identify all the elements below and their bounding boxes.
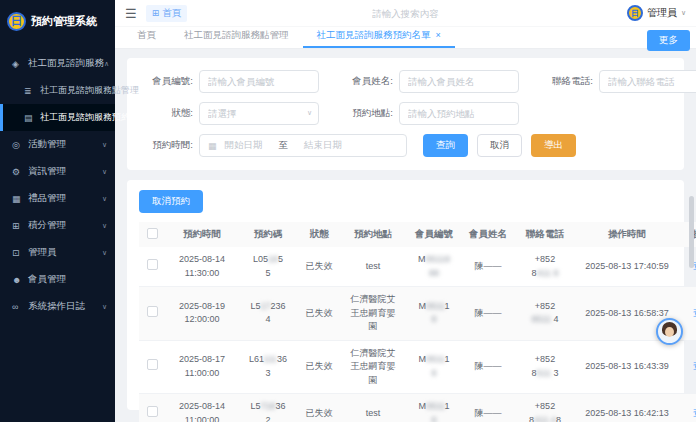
sidebar-item[interactable]: ⊡管理員∨ <box>0 239 115 266</box>
status-select[interactable] <box>199 102 319 125</box>
cancel-reservation-button[interactable]: 取消預約 <box>139 190 203 213</box>
user-menu[interactable]: 日 管理員 ∨ <box>627 5 686 21</box>
cell-reservation-code: L5718362 <box>239 394 297 422</box>
user-avatar: 日 <box>627 5 643 21</box>
redacted-text: 8511 <box>532 314 551 324</box>
redacted-text: 411 8 <box>537 268 559 278</box>
column-header: 聯絡電話 <box>513 222 577 247</box>
column-header: 會員編號 <box>405 222 463 247</box>
reset-button[interactable]: 取消 <box>477 134 522 157</box>
cell-phone: +8528511 3 <box>513 340 577 394</box>
cell-text: 陳—— <box>475 408 502 418</box>
column-header: 操作時間 <box>577 222 677 247</box>
cell-text: 園 <box>369 375 378 385</box>
column-header: 預約碼 <box>239 222 297 247</box>
cell-text: 1 <box>445 301 450 311</box>
export-button[interactable]: 導出 <box>531 134 576 157</box>
cell-text: 12:00:00 <box>184 314 219 324</box>
caret-icon: ∨ <box>102 195 107 203</box>
cell-member-name: 陳—— <box>463 340 513 394</box>
admin-lock-icon: ⊡ <box>12 248 24 258</box>
select-all-checkbox[interactable] <box>147 228 158 239</box>
cell-reservation-time: 2025-08-1411:00:00 <box>165 394 239 422</box>
place-input[interactable] <box>399 102 519 125</box>
calendar-icon: ▦ <box>208 141 217 151</box>
sidebar-item-label: 系統操作日誌 <box>28 300 85 313</box>
redacted-text: 05118 <box>426 254 450 264</box>
row-checkbox[interactable] <box>147 259 158 270</box>
sidebar-menu: ◈社工面見諮詢服務∧≣社工面見諮詢服務點管理▤社工面見諮詢服務預約名單◎活動管理… <box>0 50 115 320</box>
sidebar-item-label: 社工面見諮詢服務預約名單 <box>40 111 148 124</box>
cell-text: 2025-08-19 <box>179 301 225 311</box>
phone-input[interactable] <box>599 70 696 93</box>
app-title: 預約管理系統 <box>31 14 97 29</box>
table-row: 2025-08-1411:00:00L5718362已失效testM051118… <box>139 394 696 422</box>
cell-phone: +8528411 8 <box>513 247 577 287</box>
floating-assistant-avatar[interactable] <box>656 318 683 345</box>
cell-text: 36 <box>277 354 287 364</box>
cell-text: 2025-08-17 <box>179 354 225 364</box>
sidebar-item[interactable]: ≣社工面見諮詢服務點管理 <box>0 77 115 104</box>
scrollbar-thumb[interactable] <box>689 196 694 268</box>
redacted-text: 8 <box>431 415 436 422</box>
sidebar-item[interactable]: ◈社工面見諮詢服務∧ <box>0 50 115 77</box>
sidebar-item[interactable]: ☻會員管理 <box>0 266 115 293</box>
search-input[interactable] <box>311 8 501 19</box>
redacted-text: 511 <box>537 368 551 378</box>
row-checkbox[interactable] <box>147 306 158 317</box>
cell-place: test <box>341 394 405 422</box>
cell-text: 11:00:00 <box>185 415 219 422</box>
sidebar-item[interactable]: ∞系統操作日誌∨ <box>0 293 115 320</box>
tab-bar: 首頁社工面見諮詢服務點管理社工面見諮詢服務預約名單× <box>115 27 696 49</box>
cell-text: 1 <box>445 354 450 364</box>
tab[interactable]: 首頁 <box>123 29 170 48</box>
cell-text: +852 <box>535 354 555 364</box>
cell-reservation-time: 2025-08-1711:00:00 <box>165 340 239 394</box>
cell-text: 仁濟醫院艾 <box>351 294 396 304</box>
sidebar-item[interactable]: ⚙資訊管理∨ <box>0 158 115 185</box>
row-checkbox[interactable] <box>147 406 158 417</box>
redacted-text: 17 <box>260 301 270 311</box>
more-button[interactable]: 更多 <box>647 30 690 51</box>
tab[interactable]: 社工面見諮詢服務點管理 <box>170 29 303 48</box>
sidebar-item[interactable]: ⊞積分管理∨ <box>0 212 115 239</box>
table-row: 2025-08-1711:00:00L61111363已失效仁濟醫院艾王忠嗣育嬰… <box>139 340 696 394</box>
cell-text: 4 <box>265 314 270 324</box>
table-row: 2025-08-1912:00:00L5172364已失效仁濟醫院艾王忠嗣育嬰園… <box>139 287 696 341</box>
date-range-picker[interactable]: ▦ 開始日期 至 結束日期 <box>199 134 407 157</box>
cell-text: 4 <box>551 314 559 324</box>
phone-label: 聯絡電話: <box>529 75 593 88</box>
cell-text: 已失效 <box>306 261 333 271</box>
cell-text: 2 <box>265 415 270 422</box>
cell-operation-time: 2025-08-13 16:43:39 <box>577 340 677 394</box>
hamburger-menu-icon[interactable]: ☰ <box>125 7 137 20</box>
sidebar-item[interactable]: ▦禮品管理∨ <box>0 185 115 212</box>
home-grid-icon: ⊞ <box>152 8 160 18</box>
member-name-label: 會員姓名: <box>329 75 393 88</box>
sidebar-item-label: 資訊管理 <box>28 165 66 178</box>
breadcrumb[interactable]: ⊞ 首頁 <box>146 5 188 22</box>
tab-label: 首頁 <box>137 29 156 40</box>
cell-phone: +8528411 48 <box>513 394 577 422</box>
location-icon: ◎ <box>12 140 24 150</box>
member-id-input[interactable] <box>199 70 319 93</box>
tab[interactable]: 社工面見諮詢服務預約名單× <box>303 29 455 48</box>
cell-text: L5 <box>250 301 260 311</box>
results-panel: 取消預約 預約時間預約碼狀態預約地點會員編號會員姓名聯絡電話操作時間操作 202… <box>127 180 684 410</box>
member-name-input[interactable] <box>399 70 519 93</box>
sidebar-item[interactable]: ◎活動管理∨ <box>0 131 115 158</box>
search-button[interactable]: 查詢 <box>423 134 468 157</box>
row-checkbox[interactable] <box>147 359 158 370</box>
tab-close-icon[interactable]: × <box>436 30 441 40</box>
gift-icon: ▦ <box>12 194 24 204</box>
topbar: ☰ ⊞ 首頁 日 管理員 ∨ <box>115 0 696 27</box>
service-icon: ◈ <box>12 59 24 69</box>
redacted-text: 88 <box>429 268 439 278</box>
cell-text: M <box>418 354 426 364</box>
redacted-text: 0511 <box>426 354 445 364</box>
cell-status: 已失效 <box>297 394 341 422</box>
cell-text: +852 <box>535 301 555 311</box>
sidebar-item[interactable]: ▤社工面見諮詢服務預約名單 <box>0 104 115 131</box>
cell-text: 陳—— <box>475 361 502 371</box>
gear-icon: ⚙ <box>12 167 24 177</box>
